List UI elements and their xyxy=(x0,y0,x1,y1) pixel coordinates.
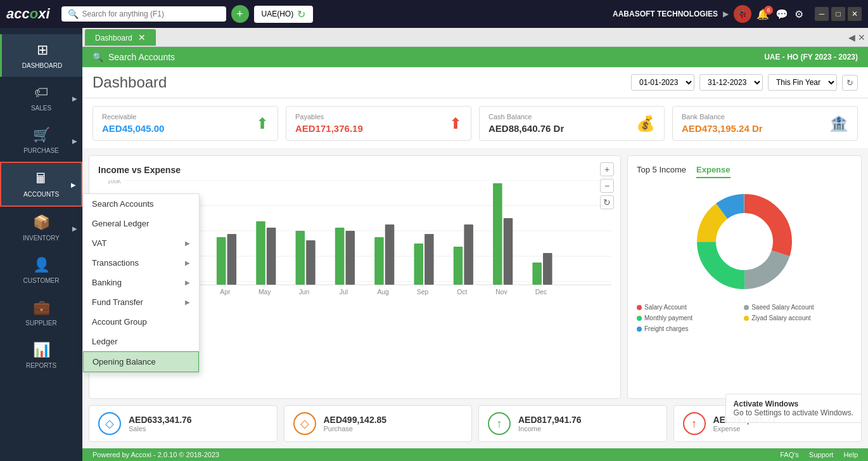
global-search-input[interactable] xyxy=(82,10,209,18)
global-search-bar[interactable]: 🔍 xyxy=(61,6,226,22)
window-controls: ─ □ ✕ xyxy=(815,7,862,21)
help-link[interactable]: Help xyxy=(843,451,858,458)
tab-dashboard[interactable]: Dashboard ✕ xyxy=(85,29,156,46)
svg-rect-22 xyxy=(345,231,355,285)
cash-balance-card: Cash Balance AED88,640.76 Dr 💰 xyxy=(479,106,665,141)
minimize-button[interactable]: ─ xyxy=(815,7,829,21)
tab-close-icon[interactable]: ✕ xyxy=(138,32,146,42)
date-from-select[interactable]: 01-01-2023 xyxy=(631,74,694,91)
monthly-dot xyxy=(637,316,642,321)
search-accounts-left: 🔍 Search Accounts xyxy=(93,52,175,62)
sidebar-label-reports: REPORTS xyxy=(26,362,56,369)
purchase-icon: 🛒 xyxy=(33,127,50,143)
footer-powered-by: Powered by Accoxi - 2.0.10 © 2018-2023 xyxy=(93,451,219,458)
supplier-icon: 💼 xyxy=(33,299,50,316)
monthly-label: Monthly payment xyxy=(644,315,692,321)
dropdown-opening-balance[interactable]: Opening Balance xyxy=(83,351,199,372)
sidebar-label-dashboard: DASHBOARD xyxy=(22,62,62,69)
svg-rect-24 xyxy=(374,237,384,285)
settings-icon[interactable]: ⚙ xyxy=(795,8,803,20)
dashboard-header: Dashboard 01-01-2023 31-12-2023 This Fin… xyxy=(82,67,868,98)
period-select[interactable]: This Fin Year xyxy=(768,74,837,91)
refresh-icon[interactable]: ↻ xyxy=(297,8,305,20)
sidebar-item-inventory[interactable]: 📦 INVENTORY ▶ xyxy=(0,207,82,249)
purchase-bottom-value: AED499,142.85 xyxy=(324,415,387,425)
bank-balance-icon: 🏦 xyxy=(829,115,848,133)
receivable-value: AED45,045.00 xyxy=(102,123,164,134)
tab-expense[interactable]: Expense xyxy=(696,165,730,178)
dashboard-refresh-button[interactable]: ↻ xyxy=(842,75,858,91)
sidebar-item-sales[interactable]: 🏷 SALES ▶ xyxy=(0,77,82,119)
sidebar-item-customer[interactable]: 👤 CUSTOMER xyxy=(0,249,82,292)
search-accounts-icon: 🔍 xyxy=(93,52,103,62)
chart-title: Income vs Expense xyxy=(98,165,181,175)
dropdown-banking[interactable]: Banking ▶ xyxy=(83,273,199,292)
search-accounts-label[interactable]: Search Accounts xyxy=(108,52,175,62)
donut-legend-ziyad: Ziyad Salary account xyxy=(744,315,847,321)
sales-bottom-value: AED633,341.76 xyxy=(129,415,192,425)
company-selector[interactable]: UAE(HO) ↻ xyxy=(254,6,314,23)
tab-bar: Dashboard ✕ ◀ ✕ xyxy=(82,28,868,47)
date-to-select[interactable]: 31-12-2023 xyxy=(699,74,763,91)
search-icon: 🔍 xyxy=(68,9,79,19)
tab-top5-income[interactable]: Top 5 Income xyxy=(637,165,686,178)
support-link[interactable]: Support xyxy=(809,451,834,458)
company-name[interactable]: AABASOFT TECHNOLOGIES xyxy=(613,10,718,18)
sidebar-item-purchase[interactable]: 🛒 PURCHASE ▶ xyxy=(0,119,82,162)
dropdown-search-accounts[interactable]: Search Accounts xyxy=(83,194,199,214)
dropdown-account-group[interactable]: Account Group xyxy=(83,312,199,332)
freight-label: Freight charges xyxy=(644,325,688,332)
sidebar-item-supplier[interactable]: 💼 SUPPLIER xyxy=(0,292,82,334)
sales-bottom-icon: ◇ xyxy=(98,412,121,435)
purchase-bottom-info: AED499,142.85 Purchase xyxy=(324,415,387,432)
sales-bottom-label: Sales xyxy=(129,425,192,432)
donut-legend-saeed: Saeed Salary Account xyxy=(744,304,847,311)
footer: Powered by Accoxi - 2.0.10 © 2018-2023 F… xyxy=(82,448,868,461)
svg-rect-37 xyxy=(543,253,552,285)
activate-windows-subtitle: Go to Settings to activate Windows. xyxy=(734,408,853,417)
close-button[interactable]: ✕ xyxy=(848,7,862,21)
company-selector-label: UAE(HO) xyxy=(262,10,294,18)
svg-text:Aug: Aug xyxy=(377,289,389,295)
message-icon[interactable]: 💬 xyxy=(775,8,788,20)
income-bottom-label: Income xyxy=(518,425,582,432)
income-bottom-info: AED817,941.76 Income xyxy=(518,415,582,432)
dropdown-transactions[interactable]: Transactions ▶ xyxy=(83,253,199,273)
bank-balance-label: Bank Balance xyxy=(682,113,763,120)
chart-zoom-in-button[interactable]: + xyxy=(600,162,614,176)
fund-transfer-arrow-icon: ▶ xyxy=(185,299,190,306)
svg-rect-25 xyxy=(385,224,395,285)
dropdown-vat[interactable]: VAT ▶ xyxy=(83,233,199,253)
saeed-dot xyxy=(744,305,749,310)
tab-controls: ◀ ✕ xyxy=(848,32,865,42)
sidebar-item-reports[interactable]: 📊 REPORTS xyxy=(0,334,82,377)
topbar-icons: 🔔 6 💬 ⚙ xyxy=(756,8,803,20)
sidebar-label-purchase: PURCHASE xyxy=(23,147,59,154)
sidebar-item-dashboard[interactable]: ⊞ DASHBOARD xyxy=(0,34,82,77)
company-info-label: UAE - HO (FY 2023 - 2023) xyxy=(764,53,858,62)
maximize-button[interactable]: □ xyxy=(831,7,845,21)
dropdown-general-ledger[interactable]: General Ledger xyxy=(83,214,199,233)
dropdown-fund-transfer[interactable]: Fund Transfer ▶ xyxy=(83,292,199,312)
income-bottom-card: ↑ AED817,941.76 Income xyxy=(478,405,667,442)
dropdown-ledger[interactable]: Ledger xyxy=(83,332,199,351)
sidebar-item-accounts[interactable]: 🖩 ACCOUNTS ▶ xyxy=(0,162,82,207)
cards-row: Receivable AED45,045.00 ⬆ Payables AED17… xyxy=(82,98,868,149)
accounts-icon: 🖩 xyxy=(34,171,48,187)
user-avatar: 🐞 xyxy=(734,5,751,23)
chart-zoom-out-button[interactable]: − xyxy=(600,179,614,193)
svg-rect-30 xyxy=(454,247,463,285)
svg-rect-12 xyxy=(217,237,226,285)
svg-rect-16 xyxy=(267,228,276,285)
notification-icon[interactable]: 🔔 6 xyxy=(756,8,769,20)
svg-text:May: May xyxy=(258,289,272,295)
faq-link[interactable]: FAQ's xyxy=(780,451,799,458)
receivable-icon: ⬆ xyxy=(256,115,269,133)
purchase-bottom-card: ◇ AED499,142.85 Purchase xyxy=(284,405,473,442)
tab-scroll-right-button[interactable]: ✕ xyxy=(858,32,865,42)
svg-text:Jul: Jul xyxy=(340,289,348,295)
tab-scroll-left-button[interactable]: ◀ xyxy=(848,32,855,42)
date-filters: 01-01-2023 31-12-2023 This Fin Year ↻ xyxy=(631,74,858,91)
add-button[interactable]: + xyxy=(231,5,249,23)
chart-refresh-button[interactable]: ↻ xyxy=(600,195,614,209)
